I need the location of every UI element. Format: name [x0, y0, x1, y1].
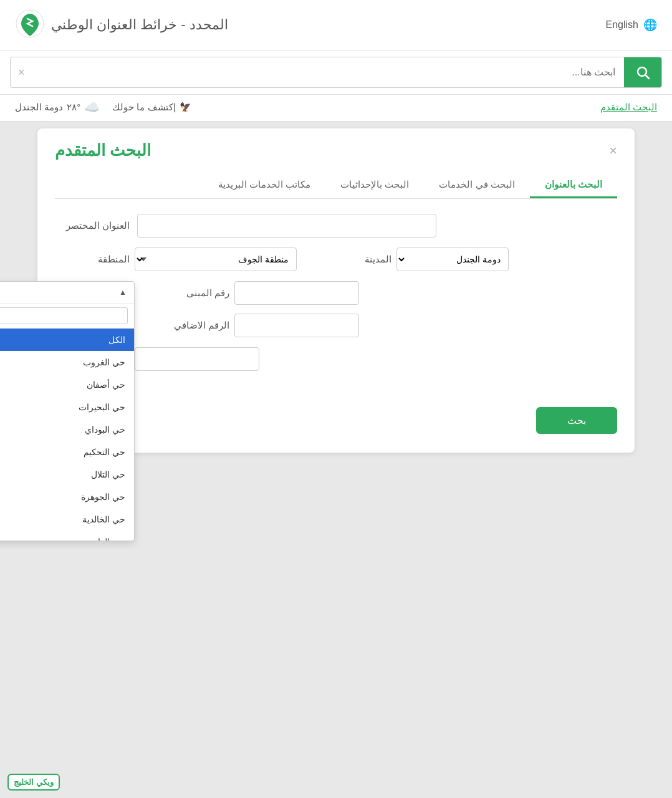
district-group: ▲ الكل 🔍 الكل حي الغروب حي أصفان حي البح… — [55, 281, 135, 292]
search-clear-button[interactable]: × — [11, 66, 32, 79]
current-location: دومة الجندل — [15, 102, 63, 113]
language-switcher[interactable]: 🌐 English — [606, 18, 657, 32]
district-building-row: رقم المبنى الرقم الاضافي ▲ الكل — [55, 281, 617, 337]
app-brand: المحدد - خرائط العنوان الوطني — [15, 9, 228, 41]
short-address-input[interactable] — [137, 214, 436, 238]
short-address-row: العنوان المختصر — [55, 214, 617, 238]
tab-postal-offices[interactable]: مكاتب الخدمات البريدية — [203, 173, 325, 198]
advanced-search-link[interactable]: البحث المتقدم — [600, 102, 657, 113]
dropdown-item-daanah[interactable]: حي الدانة — [0, 531, 134, 541]
app-logo-icon — [15, 9, 45, 41]
dropdown-search-input[interactable] — [0, 307, 128, 324]
dropdown-item-asfan[interactable]: حي أصفان — [0, 373, 134, 396]
dropdown-item-buhayrat[interactable]: حي البحيرات — [0, 396, 134, 418]
dropdown-list: الكل حي الغروب حي أصفان حي البحيرات حي ا… — [0, 329, 134, 541]
bird-icon: 🦅 — [180, 102, 191, 113]
header: 🌐 English المحدد - خرائط العنوان الوطني — [0, 0, 672, 50]
watermark-label: ويكي الخليج — [14, 777, 54, 787]
region-select[interactable]: منطقة الجوف — [135, 248, 297, 271]
watermark: ويكي الخليج — [7, 774, 60, 791]
explore-link[interactable]: 🦅 إكتشف ما حولك — [112, 102, 191, 113]
search-input[interactable] — [32, 59, 624, 85]
address-form: العنوان المختصر دومة الجندل المدينة منطق… — [55, 214, 617, 434]
panel-title: البحث المتقدم — [55, 141, 151, 160]
sub-header: البحث المتقدم 🦅 إكتشف ما حولك ☁️ °٢٨ دوم… — [0, 95, 672, 122]
tab-by-address[interactable]: البحث بالعنوان — [530, 173, 617, 198]
dropdown-search-row: 🔍 — [0, 304, 134, 329]
city-label: المدينة — [317, 254, 391, 265]
dropdown-item-all[interactable]: الكل — [0, 329, 134, 351]
language-label: English — [606, 19, 638, 31]
postal-input[interactable] — [135, 347, 259, 371]
advanced-search-panel: × البحث المتقدم البحث بالعنوان البحث في … — [37, 128, 635, 453]
app-title: المحدد - خرائط العنوان الوطني — [51, 17, 228, 33]
dropdown-item-tilal[interactable]: حي التلال — [0, 463, 134, 486]
dropdown-header-row[interactable]: ▲ الكل — [0, 282, 134, 304]
globe-icon: 🌐 — [643, 18, 657, 32]
dropdown-arrow-icon: ▲ — [119, 288, 127, 297]
dropdown-item-ghroob[interactable]: حي الغروب — [0, 351, 134, 373]
map-fill-row: تعبئة من الخريطة — [55, 381, 617, 391]
search-button[interactable] — [624, 57, 661, 87]
short-address-label: العنوان المختصر — [55, 220, 130, 231]
panel-header: × البحث المتقدم — [55, 141, 617, 160]
city-select[interactable]: دومة الجندل — [396, 248, 509, 271]
postal-street-row: الرمز البريدي — [55, 347, 617, 371]
search-tabs: البحث بالعنوان البحث في الخدمات البحث با… — [55, 173, 617, 199]
region-city-row: دومة الجندل المدينة منطقة الجوف المنطقة — [55, 248, 617, 271]
district-dropdown: ▲ الكل 🔍 الكل حي الغروب حي أصفان حي البح… — [0, 281, 135, 541]
tab-by-stats[interactable]: البحث بالإحداثيات — [325, 173, 424, 198]
weather-widget: ☁️ °٢٨ دومة الجندل — [15, 100, 100, 115]
temperature: °٢٨ — [67, 102, 80, 113]
dropdown-item-jawharah[interactable]: حي الجوهرة — [0, 486, 134, 508]
dropdown-item-boodai[interactable]: حي البوداي — [0, 418, 134, 441]
panel-close-button[interactable]: × — [609, 143, 617, 159]
search-action-row: بحث — [55, 401, 617, 434]
dropdown-item-khalidiya[interactable]: حي الخالدية — [0, 508, 134, 531]
building-group: رقم المبنى الرقم الاضافي — [155, 281, 359, 337]
building-input[interactable] — [234, 281, 359, 305]
advanced-search-label: البحث المتقدم — [600, 102, 657, 113]
search-bar-container: × — [0, 50, 672, 95]
dropdown-item-tahkeem[interactable]: حي التحكيم — [0, 441, 134, 463]
additional-label: الرقم الاضافي — [155, 320, 229, 331]
search-bar: × — [10, 57, 662, 88]
svg-line-2 — [646, 75, 650, 79]
cloud-icon: ☁️ — [84, 100, 100, 115]
region-group: منطقة الجوف المنطقة — [55, 248, 297, 271]
explore-label: إكتشف ما حولك — [112, 102, 175, 113]
city-group: دومة الجندل المدينة — [317, 248, 509, 271]
additional-input[interactable] — [234, 314, 359, 337]
search-action-button[interactable]: بحث — [536, 407, 617, 434]
tab-by-services[interactable]: البحث في الخدمات — [424, 173, 529, 198]
building-label: رقم المبنى — [155, 287, 229, 299]
region-label: المنطقة — [55, 254, 130, 265]
